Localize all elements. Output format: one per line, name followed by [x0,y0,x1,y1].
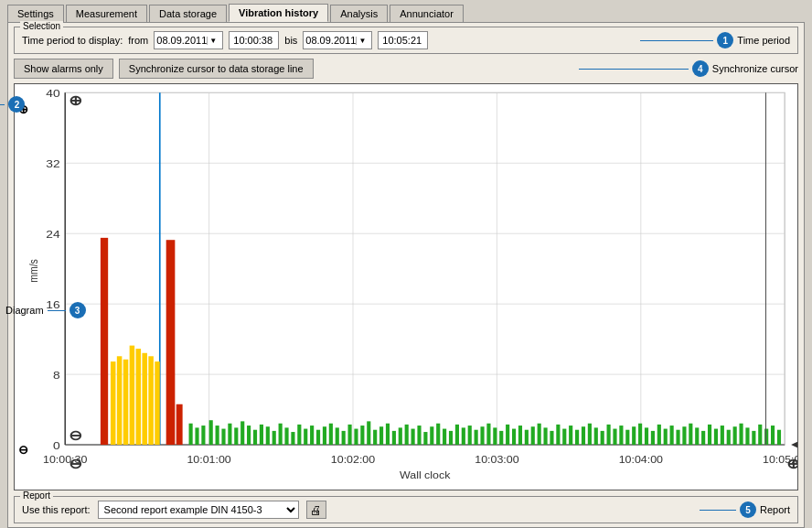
bis-date-value: 08.09.2011 [305,35,356,46]
svg-rect-125 [777,430,781,445]
svg-rect-80 [493,427,497,445]
annotation-label-4: Synchronize cursor [712,63,798,74]
svg-rect-89 [550,431,553,445]
print-button[interactable]: 🖨 [306,501,326,519]
svg-rect-42 [253,430,257,445]
svg-rect-108 [670,426,674,445]
from-time-value: 10:00:38 [233,35,272,46]
svg-rect-56 [342,431,346,445]
svg-rect-118 [733,426,737,445]
svg-rect-50 [304,429,307,445]
svg-rect-84 [518,426,522,445]
svg-rect-59 [360,426,364,445]
svg-rect-43 [260,425,263,445]
show-alarms-button[interactable]: Show alarms only [14,59,113,79]
svg-rect-22 [111,361,116,445]
svg-rect-35 [209,420,213,445]
annotation-bubble-1: 1 [717,32,733,48]
svg-rect-54 [329,424,333,445]
svg-text:32: 32 [46,157,59,170]
svg-rect-88 [543,427,547,445]
tab-measurement[interactable]: Measurement [66,5,147,22]
bis-time-input[interactable]: 10:05:21 [378,31,428,49]
tab-annunciator[interactable]: Annunciator [390,5,464,22]
chart-svg: 40 32 24 16 8 0 mm/s [15,84,797,490]
tab-data-storage[interactable]: Data storage [149,5,227,22]
bis-date-input[interactable]: 08.09.2011 ▼ [303,31,372,49]
svg-rect-23 [117,356,123,445]
svg-rect-102 [632,426,636,445]
svg-rect-93 [575,430,579,445]
svg-rect-75 [462,427,465,445]
from-date-arrow[interactable]: ▼ [207,37,220,45]
tab-analysis[interactable]: Analysis [330,5,388,22]
svg-rect-94 [582,426,585,445]
svg-text:40: 40 [46,87,59,100]
svg-rect-71 [436,424,440,445]
from-date-value: 08.09.2011 [156,35,207,46]
content-area: Selection Time period to display: from 0… [7,22,805,528]
svg-rect-116 [721,426,724,445]
svg-rect-85 [525,430,529,445]
svg-rect-78 [480,426,484,445]
time-period-label: Time period to display: [22,35,123,46]
svg-text:⊕: ⊕ [786,456,797,471]
svg-rect-52 [316,430,320,445]
svg-rect-72 [443,429,446,445]
annotation-alarms-only: Alarms only 2 [0,96,25,113]
bis-date-arrow[interactable]: ▼ [356,37,369,45]
svg-rect-38 [228,424,231,445]
svg-rect-61 [373,430,377,445]
svg-rect-32 [189,424,193,445]
svg-rect-83 [512,429,516,445]
button-row: Show alarms only Synchronize cursor to d… [14,59,798,79]
svg-rect-41 [247,426,251,445]
svg-text:0: 0 [53,439,60,452]
svg-rect-90 [556,425,560,445]
report-label: Use this report: [22,504,91,515]
svg-rect-103 [638,424,642,445]
svg-rect-33 [195,427,198,445]
svg-rect-111 [689,424,692,445]
svg-rect-81 [499,431,503,445]
svg-rect-96 [594,427,598,445]
svg-rect-58 [354,429,358,445]
tab-settings[interactable]: Settings [7,5,64,22]
svg-rect-65 [399,427,402,445]
report-legend: Report [20,490,53,501]
svg-rect-49 [297,425,301,445]
from-time-input[interactable]: 10:00:38 [229,31,279,49]
svg-text:⊕: ⊕ [69,93,82,109]
svg-rect-36 [216,426,219,445]
selection-legend: Selection [20,21,63,31]
svg-rect-122 [758,425,762,445]
svg-rect-45 [272,431,276,445]
svg-rect-92 [569,426,572,445]
report-select[interactable]: Second report example DIN 4150-3 First r… [98,501,299,519]
svg-rect-48 [291,432,294,445]
svg-rect-68 [417,426,421,445]
svg-rect-55 [336,427,339,445]
annotation-bubble-4: 4 [692,60,709,77]
svg-rect-27 [142,353,147,445]
svg-rect-123 [764,429,768,445]
svg-rect-64 [392,431,396,445]
annotation-bubble-2: 2 [8,96,25,113]
tab-vibration-history[interactable]: Vibration history [229,4,328,22]
annotation-bubble-5: 5 [740,501,756,518]
from-date-input[interactable]: 08.09.2011 ▼ [154,31,223,49]
svg-text:10:02:00: 10:02:00 [331,455,375,465]
svg-text:Wall clock: Wall clock [400,470,451,480]
bis-label: bis [284,35,297,46]
svg-rect-40 [240,421,244,445]
bis-time-value: 10:05:21 [382,35,422,46]
svg-rect-101 [625,430,629,445]
svg-rect-79 [486,424,490,445]
svg-rect-76 [468,426,472,445]
sync-cursor-button[interactable]: Synchronize cursor to data storage line [119,59,314,79]
svg-rect-124 [771,426,775,445]
svg-rect-39 [234,427,238,445]
svg-rect-69 [423,432,427,445]
svg-rect-112 [695,427,699,445]
report-group: Report Use this report: Second report ex… [14,496,798,523]
